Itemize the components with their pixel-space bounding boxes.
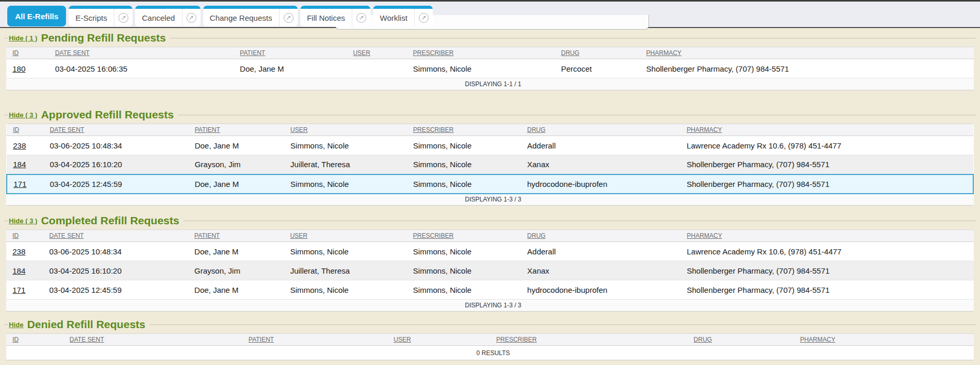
column-header-user[interactable]: USER [388,334,490,346]
refill-table-pending: IDDATE SENTPATIENTUSERPRESCRIBERDRUGPHAR… [6,47,974,90]
tab-list: All E-RefillsE-Scripts↗Canceled↗Change R… [7,6,433,26]
column-header-pharmacy[interactable]: PHARMACY [680,124,973,136]
hide-link[interactable]: Hide ( 1 ) [9,34,37,42]
tab-bar: All E-RefillsE-Scripts↗Canceled↗Change R… [0,2,980,28]
hide-link[interactable]: Hide [9,321,23,329]
column-header-pharmacy[interactable]: PHARMACY [640,47,974,59]
table-row[interactable]: 18003-04-2025 16:06:35Doe, Jane MSimmons… [6,59,974,78]
column-header-id[interactable]: ID [7,124,44,136]
cell: Simmons, Nicole [284,136,407,155]
cell: Juillerat, Theresa [284,155,407,174]
open-external-button[interactable]: ↗ [352,9,370,26]
column-header-prescriber[interactable]: PRESCRIBER [407,124,521,136]
column-header-id[interactable]: ID [6,334,63,346]
cell: Adderall [521,136,680,155]
section-header-pending: Hide ( 1 )Pending Refill Requests [4,28,976,46]
open-external-button[interactable]: ↗ [182,9,201,26]
column-header-date-sent[interactable]: DATE SENT [49,47,234,59]
section-approved: Hide ( 3 )Approved Refill RequestsIDDATE… [0,90,980,206]
column-header-patient[interactable]: PATIENT [234,47,347,59]
tab-label: Change Requests [203,6,279,26]
cell: 171 [6,280,43,300]
column-header-prescriber[interactable]: PRESCRIBER [490,334,687,346]
cell: Doe, Jane M [189,136,284,155]
column-header-user[interactable]: USER [347,47,406,59]
refill-table-completed: IDDATE SENTPATIENTUSERPRESCRIBERDRUGPHAR… [6,229,974,312]
column-header-drug[interactable]: DRUG [555,47,640,59]
record-id-link[interactable]: 171 [14,180,27,188]
refill-sections: Hide ( 1 )Pending Refill RequestsIDDATE … [0,28,980,365]
arrow-up-right-icon: ↗ [284,13,294,23]
results-count: DISPLAYING 1-1 / 1 [6,78,974,90]
tab-change-requests[interactable]: Change Requests↗ [203,6,298,26]
open-external-button[interactable]: ↗ [414,9,433,26]
column-header-user[interactable]: USER [284,230,406,242]
cell: Doe, Jane M [188,280,284,300]
table-row[interactable]: 23803-06-2025 10:48:34Doe, Jane MSimmons… [6,242,974,261]
column-header-date-sent[interactable]: DATE SENT [63,334,242,346]
cell: 03-04-2025 12:45:59 [44,174,189,194]
tab-label: All E-Refills [7,6,66,26]
column-header-pharmacy[interactable]: PHARMACY [794,334,974,346]
cell: Adderall [521,242,681,261]
column-header-id[interactable]: ID [6,230,43,242]
record-id-link[interactable]: 238 [13,141,26,150]
cell: Grayson, Jim [188,261,284,280]
open-external-button[interactable]: ↗ [279,9,298,26]
section-title: Completed Refill Requests [41,213,179,228]
column-header-prescriber[interactable]: PRESCRIBER [407,47,555,59]
column-header-patient[interactable]: PATIENT [242,334,387,346]
column-header-date-sent[interactable]: DATE SENT [44,124,189,136]
record-id-link[interactable]: 180 [12,64,25,73]
table-row[interactable]: 18403-04-2025 16:10:20Grayson, JimJuille… [6,261,974,280]
column-header-user[interactable]: USER [284,124,407,136]
column-header-patient[interactable]: PATIENT [189,124,284,136]
cell [347,59,406,78]
cell: Shollenberger Pharmacy, (707) 984-5571 [640,59,974,78]
column-header-drug[interactable]: DRUG [521,124,680,136]
section-title: Approved Refill Requests [41,107,174,123]
cell: Lawrence Academy Rx 10.6, (978) 451-4477 [681,242,974,261]
tab-canceled[interactable]: Canceled↗ [135,6,200,26]
column-header-id[interactable]: ID [6,47,49,59]
section-header-completed: Hide ( 3 )Completed Refill Requests [4,206,976,228]
tab-label: Fill Notices [300,6,352,26]
table-row[interactable]: 17103-04-2025 12:45:59Doe, Jane MSimmons… [6,280,974,300]
header-row: IDDATE SENTPATIENTUSERPRESCRIBERDRUGPHAR… [6,334,974,346]
record-id-link[interactable]: 184 [13,160,26,169]
table-row[interactable]: 17103-04-2025 12:45:59Doe, Jane MSimmons… [7,174,973,194]
column-header-patient[interactable]: PATIENT [188,230,284,242]
cell: hydrocodone-ibuprofen [521,280,681,300]
table-footer-row: DISPLAYING 1-1 / 1 [6,78,974,90]
cell: Xanax [521,155,680,174]
refill-table-approved: IDDATE SENTPATIENTUSERPRESCRIBERDRUGPHAR… [6,124,974,206]
arrow-up-right-icon: ↗ [187,13,196,23]
column-header-drug[interactable]: DRUG [521,230,681,242]
cell: 180 [6,59,49,78]
cell: Shollenberger Pharmacy, (707) 984-5571 [681,261,974,280]
section-pending: Hide ( 1 )Pending Refill RequestsIDDATE … [0,28,980,90]
header-row: IDDATE SENTPATIENTUSERPRESCRIBERDRUGPHAR… [6,47,974,59]
section-rule [183,221,976,221]
record-id-link[interactable]: 238 [12,247,25,256]
hide-link[interactable]: Hide ( 3 ) [9,217,37,225]
column-header-prescriber[interactable]: PRESCRIBER [407,230,521,242]
column-header-drug[interactable]: DRUG [687,334,794,346]
hide-link[interactable]: Hide ( 3 ) [9,111,37,119]
table-row[interactable]: 18403-04-2025 16:10:20Grayson, JimJuille… [7,155,973,174]
cell: hydrocodone-ibuprofen [521,174,680,194]
tab-worklist[interactable]: Worklist↗ [373,6,433,26]
tab-e-scripts[interactable]: E-Scripts↗ [69,6,133,26]
tab-fill-notices[interactable]: Fill Notices↗ [300,6,370,26]
tab-all-e-refills[interactable]: All E-Refills [7,6,66,26]
column-header-pharmacy[interactable]: PHARMACY [681,230,974,242]
tab-label: Worklist [373,6,414,26]
record-id-link[interactable]: 184 [12,266,25,275]
record-id-link[interactable]: 171 [12,286,25,294]
open-external-button[interactable]: ↗ [114,9,133,26]
section-title: Pending Refill Requests [41,30,166,46]
column-header-date-sent[interactable]: DATE SENT [43,230,188,242]
table-row[interactable]: 23803-06-2025 10:48:34Doe, Jane MSimmons… [7,136,973,155]
section-completed: Hide ( 3 )Completed Refill RequestsIDDAT… [0,206,980,312]
results-count: 0 RESULTS [6,346,974,360]
